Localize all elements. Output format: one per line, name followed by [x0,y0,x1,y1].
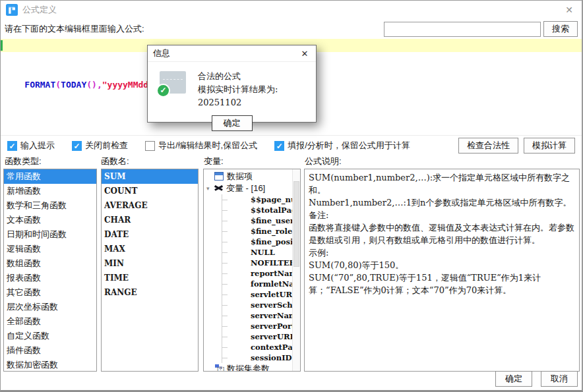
info-window-icon [160,71,186,94]
tree-node-icon [238,206,247,214]
titlebar[interactable]: 公式定义 ✕ [1,1,582,19]
description-line: 函数将直接键入参数中的数值、逻辑值及文本表达式计算在内。若参数是数组或引用，则只… [309,221,575,246]
checkbox-option[interactable]: 关闭前检查 [72,140,128,152]
tree-row[interactable]: $fine_role [204,226,300,237]
tree-node-icon [238,311,247,320]
formula-token: ( [55,80,61,90]
function-type-item[interactable]: 其它函数 [4,285,96,300]
main-area: 函数类型: 常用函数新增函数数学和三角函数文本函数日期和时间函数逻辑函数数组函数… [1,154,582,372]
checkbox-option[interactable]: 导出/编辑结果时,保留公式 [145,140,257,152]
function-name-item[interactable]: RANGE [102,285,198,300]
tree-node-icon [238,237,247,246]
info-modal-title: 信息 [153,47,170,59]
tree-node-icon [238,227,247,235]
tree-row[interactable]: $fine_position [204,237,300,247]
tree-row[interactable]: serverSchema [204,300,300,310]
checkbox-label: 填报/分析时，保留公式用于计算 [288,140,410,152]
variables-header: 变量: [204,155,224,167]
window-title: 公式定义 [22,4,57,16]
function-type-item[interactable]: 数学和三角函数 [4,198,96,213]
checkbox[interactable] [274,141,284,151]
formula-token: , [97,80,102,90]
function-name-item[interactable]: COUNT [102,184,198,198]
tree-scrollbar[interactable] [292,169,300,371]
tree-row[interactable]: formletName [204,279,300,289]
function-type-item[interactable]: 常用函数 [4,169,96,184]
tree-row[interactable]: ▾变量 - [16] [204,182,300,194]
function-type-item[interactable]: 日期和时间函数 [4,227,96,242]
description-line: SUM(“70”,80,TRUE)等于151，逻辑值“TRUE”作为1来计算；“… [309,271,575,296]
checkbox-option[interactable]: 输入提示 [7,140,55,152]
info-modal-close-icon[interactable]: ✕ [299,49,311,59]
function-type-item[interactable]: 插件函数 [4,343,96,358]
function-name-header: 函数名: [101,155,129,167]
checkbox[interactable] [72,141,82,151]
function-name-item[interactable]: CHAR [102,213,198,227]
success-check-icon [156,84,170,98]
formula-definition-dialog: 公式定义 ✕ 请在下面的文本编辑框里面输入公式: 搜索 FORMAT(TODAY… [0,0,583,392]
tree-row[interactable]: NOFILTER [204,258,300,268]
tree-row[interactable]: contextPath [204,342,300,352]
tree-node-icon [214,364,224,372]
tree-node-icon [214,184,223,192]
checkbox[interactable] [145,141,155,151]
function-type-item[interactable]: 自定义函数 [4,329,96,343]
simulate-calc-button[interactable]: 模拟计算 [524,138,575,154]
function-name-item[interactable]: MAX [102,242,198,256]
info-modal-ok-button[interactable]: 确定 [212,115,253,131]
tree-row[interactable]: NULL [204,247,300,258]
function-type-item[interactable]: 逻辑函数 [4,242,96,256]
tree-node-label: serverURL [251,332,295,341]
function-type-list: 常用函数新增函数数学和三角函数文本函数日期和时间函数逻辑函数数组函数报表函数其它… [3,169,97,372]
check-validity-button[interactable]: 检查合法性 [458,138,518,154]
search-button[interactable]: 搜索 [543,21,578,37]
tree-node-icon [238,300,247,309]
function-type-item[interactable]: 报表函数 [4,271,96,285]
info-modal-body: 合法的公式 模拟实时计算结果为: 20251102 [148,62,316,109]
tree-node-icon [214,172,224,181]
formula-token: FORMAT [24,80,55,90]
search-input[interactable] [384,22,541,37]
tree-row[interactable]: servletURL [204,289,300,300]
window-close-icon[interactable]: ✕ [562,5,576,15]
tree-row[interactable]: sessionID [204,352,300,363]
function-type-item[interactable]: 层次坐标函数 [4,300,96,314]
function-name-item[interactable]: SUM [102,169,198,184]
tree-node-icon [238,248,247,256]
checkbox-option[interactable]: 填报/分析时，保留公式用于计算 [274,140,410,152]
tree-node-icon [238,269,247,277]
function-type-item[interactable]: 文本函数 [4,213,96,227]
tree-node-label: 数据项 [227,171,253,181]
cancel-button[interactable]: 取消 [541,371,578,387]
ok-button[interactable]: 确定 [495,371,532,387]
function-type-item[interactable]: 数据加密函数 [4,358,96,372]
function-name-item[interactable]: MIN [102,256,198,271]
tree-row[interactable]: $$page_number [204,194,300,205]
function-name-item[interactable]: TIME [102,271,198,285]
function-type-item[interactable]: 全部函数 [4,314,96,329]
expand-arrow-icon[interactable]: ▾ [206,182,214,194]
checkbox-label: 关闭前检查 [85,140,128,152]
tree-row[interactable]: $fine_username [204,215,300,226]
checkbox[interactable] [7,141,17,151]
tree-node-label: 变量 - [16] [226,183,265,193]
tree-node-icon [238,195,247,204]
function-type-item[interactable]: 数组函数 [4,256,96,271]
tree-row[interactable]: $$totalPage_number [204,205,300,215]
function-name-item[interactable]: AVERAGE [102,198,198,213]
tree-node-icon [238,279,247,288]
tree-row[interactable]: serverURL [204,331,300,342]
description-header: 公式说明: [305,155,342,167]
tree-row[interactable]: serverPort [204,321,300,331]
result-title: 合法的公式 [198,70,309,83]
tree-scrollbar-thumb[interactable] [293,181,299,267]
tree-row[interactable]: 数据集参数 [204,363,300,372]
tree-row[interactable]: 数据项 [204,171,300,182]
function-type-item[interactable]: 新增函数 [4,184,96,198]
info-modal-titlebar[interactable]: 信息 ✕ [148,45,316,62]
function-name-item[interactable]: DATE [102,227,198,242]
tree-row[interactable]: serverName [204,310,300,321]
function-name-list: SUMCOUNTAVERAGECHARDATEMAXMINTIMERANGE [101,169,199,372]
tree-node-label: servletURL [251,290,297,299]
tree-row[interactable]: reportName [204,268,300,279]
